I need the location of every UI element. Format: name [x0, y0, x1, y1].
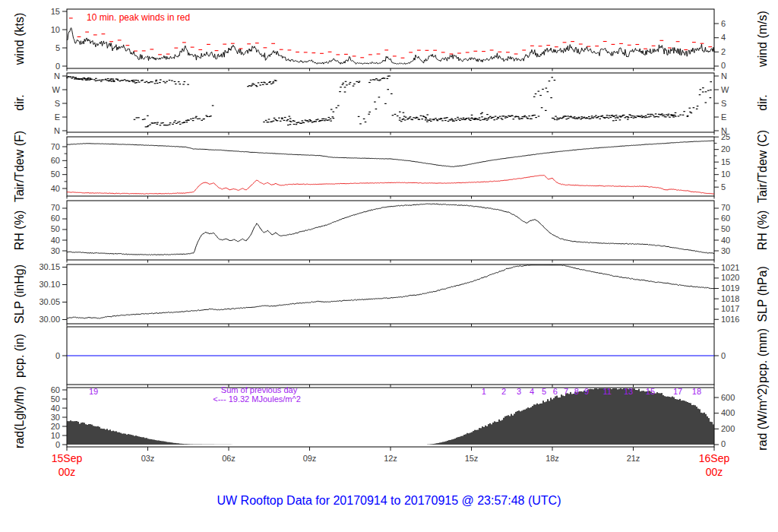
svg-text:E: E: [721, 112, 726, 122]
svg-text:60: 60: [51, 156, 60, 165]
axis-title-left-rh: RH (%): [13, 211, 26, 250]
axis-ticks-pcp: 00: [55, 351, 726, 388]
x-axis-labels: 03z06z09z12z15z18z21z: [141, 454, 640, 463]
x-tick-label: 03z: [141, 454, 155, 463]
svg-text:19: 19: [89, 387, 98, 396]
svg-text:20: 20: [721, 144, 730, 154]
axis-title-left-dir: dir.: [13, 94, 26, 110]
svg-text:20: 20: [51, 422, 60, 431]
panel-pcp: pcp. (in)pcp. (mm)00: [13, 327, 769, 388]
svg-text:40: 40: [51, 184, 60, 193]
axis-ticks-dir: NESWNNESWN: [52, 71, 729, 135]
svg-text:5: 5: [55, 43, 60, 52]
panel-dir: dir.dir.NESWNNESWN: [13, 71, 769, 135]
axis-title-right-temp: Tair/Tdew (C): [756, 130, 769, 203]
panel-frame-slp: [67, 264, 714, 324]
svg-text:8: 8: [574, 387, 579, 396]
svg-text:200: 200: [721, 424, 735, 433]
peak-wind-dashes: [69, 18, 712, 58]
svg-text:0: 0: [55, 62, 60, 71]
svg-text:50: 50: [51, 224, 60, 233]
svg-text:600: 600: [721, 393, 735, 402]
svg-text:30: 30: [51, 246, 60, 255]
svg-text:70: 70: [51, 142, 60, 151]
svg-text:30.15: 30.15: [39, 262, 60, 271]
panel-rad: rad(Lgly/hr)rad (W/m^2)01020304050600200…: [13, 384, 769, 451]
svg-text:10: 10: [51, 25, 60, 34]
series-sea-level-pressure: [67, 265, 714, 319]
axis-title-left-rad: rad(Lgly/hr): [13, 386, 26, 448]
panel-temp: Tair/Tdew (F)Tair/Tdew (C)40506070510152…: [13, 130, 769, 203]
svg-text:1017: 1017: [721, 304, 739, 313]
rad-sum-annotation-line2: <--- 19.32 MJoules/m^2: [213, 394, 301, 404]
axis-title-right-pcp: pcp. (mm): [756, 328, 769, 383]
svg-text:11: 11: [602, 387, 611, 396]
svg-text:7: 7: [564, 387, 568, 396]
svg-text:0: 0: [55, 440, 60, 449]
x-tick-label: 09z: [303, 454, 317, 463]
svg-text:70: 70: [721, 203, 730, 212]
svg-text:W: W: [52, 85, 61, 94]
svg-text:15: 15: [51, 7, 60, 16]
svg-text:17: 17: [673, 387, 682, 396]
axis-title-right-rh: RH (%): [756, 211, 769, 250]
axis-title-left-wind: wind (kts): [13, 13, 26, 65]
svg-text:40: 40: [51, 404, 60, 413]
svg-text:1020: 1020: [721, 273, 739, 282]
svg-text:N: N: [721, 71, 727, 81]
peak-winds-annotation: 10 min. peak winds in red: [87, 12, 190, 23]
svg-text:S: S: [721, 99, 726, 108]
axis-title-right-rad: rad (W/m^2): [756, 384, 769, 451]
axis-title-left-temp: Tair/Tdew (F): [13, 131, 26, 202]
axis-title-left-pcp: pcp. (in): [13, 334, 26, 378]
x-start-date-line1: 15Sep: [52, 452, 83, 464]
svg-text:W: W: [721, 85, 729, 94]
svg-text:2: 2: [721, 47, 726, 56]
svg-text:0: 0: [721, 61, 726, 70]
svg-text:30: 30: [51, 413, 60, 422]
axis-ticks-slp: 30.0030.0530.1030.1510161017101810191020…: [39, 262, 739, 327]
cumulative-mj-markers: 191234567891113151718: [89, 387, 701, 396]
wind-direction-scatter: [66, 75, 712, 127]
series-dew-point-f: [67, 176, 714, 195]
svg-text:60: 60: [721, 214, 730, 223]
x-tick-label: 15z: [465, 454, 479, 463]
x-start-date-line2: 00z: [59, 466, 76, 478]
svg-text:5: 5: [542, 387, 546, 396]
svg-text:1018: 1018: [721, 294, 739, 303]
axis-title-left-slp: SLP (inHg): [13, 264, 26, 324]
chart-title: UW Rooftop Data for 20170914 to 20170915…: [217, 494, 561, 507]
svg-text:1: 1: [482, 387, 486, 396]
axis-title-right-dir: dir.: [756, 94, 769, 110]
svg-text:N: N: [54, 126, 60, 135]
axis-ticks-rh: 30405060703040506070: [51, 203, 731, 262]
plot-panels: wind (kts)wind (m/s)0510150246dir.dir.NE…: [13, 7, 769, 464]
axis-title-right-wind: wind (m/s): [756, 11, 769, 68]
x-end-date-line2: 00z: [706, 466, 723, 478]
x-tick-label: 12z: [384, 454, 397, 463]
meteogram-page: wind (kts)wind (m/s)0510150246dir.dir.NE…: [0, 0, 778, 532]
panel-frame-rh: [67, 201, 714, 260]
panel-slp: SLP (inHg)SLP (hPa)30.0030.0530.1030.151…: [13, 262, 769, 327]
svg-text:10: 10: [721, 169, 730, 179]
panel-rh: RH (%)RH (%)30405060703040506070: [13, 201, 769, 263]
svg-text:1021: 1021: [721, 263, 739, 272]
series-wind-speed-kts: [67, 28, 714, 65]
svg-text:40: 40: [51, 236, 60, 245]
svg-text:50: 50: [51, 394, 60, 404]
svg-text:50: 50: [51, 169, 60, 179]
svg-text:25: 25: [721, 132, 730, 141]
svg-text:E: E: [55, 112, 60, 122]
svg-text:5: 5: [721, 182, 726, 192]
svg-text:2: 2: [501, 387, 506, 396]
svg-text:60: 60: [51, 214, 60, 223]
svg-text:6: 6: [553, 387, 558, 396]
svg-text:S: S: [55, 99, 60, 108]
axis-ticks-temp: 40506070510152025: [51, 132, 731, 199]
x-tick-label: 06z: [222, 454, 236, 463]
svg-text:30.05: 30.05: [39, 297, 60, 306]
svg-text:400: 400: [721, 408, 735, 417]
svg-text:0: 0: [55, 351, 60, 360]
series-relative-humidity: [67, 204, 714, 255]
svg-text:30.00: 30.00: [39, 315, 60, 324]
